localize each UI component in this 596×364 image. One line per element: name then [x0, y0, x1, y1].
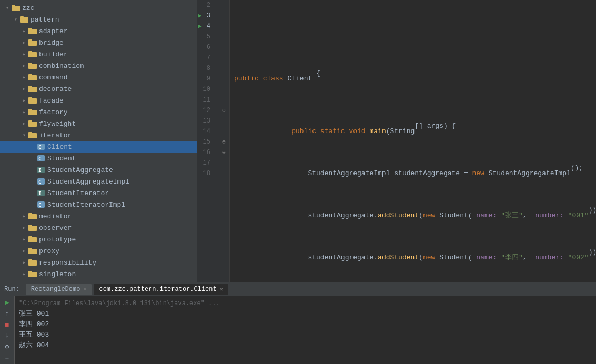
sidebar[interactable]: zzc pattern adapter	[0, 0, 197, 282]
label-iterator: iterator	[39, 132, 72, 139]
tab-iterator-client[interactable]: com.zzc.pattern.iterator.Client ✕	[94, 284, 228, 295]
sidebar-item-student[interactable]: C Student	[0, 153, 197, 164]
sidebar-item-builder[interactable]: builder	[0, 48, 197, 60]
arrow-iterator	[21, 132, 27, 138]
svg-rect-39	[28, 225, 32, 227]
sidebar-item-adapter[interactable]: adapter	[0, 25, 197, 37]
sidebar-item-singleton[interactable]: singleton	[0, 268, 197, 280]
label-bridge: bridge	[39, 39, 64, 47]
java-class-icon-client: C	[37, 143, 45, 151]
folder-icon-responsibility	[28, 258, 37, 267]
console-command-line: "C:\Program Files\Java\jdk1.8.0_131\bin\…	[19, 298, 592, 309]
label-builder: builder	[39, 50, 68, 58]
folder-icon-zzc	[12, 4, 20, 12]
run-label: Run:	[4, 286, 19, 293]
arrow-observer	[21, 225, 27, 231]
sidebar-item-proxy[interactable]: proxy	[0, 245, 197, 257]
run-button[interactable]: ▶	[2, 298, 13, 307]
console-output-2: 李四 002	[19, 319, 592, 330]
arrow-decorate	[21, 86, 27, 92]
wrap-button[interactable]: ≡	[2, 353, 13, 362]
label-facade: facade	[39, 97, 64, 105]
tab-iterator-client-close[interactable]: ✕	[220, 286, 223, 292]
folder-icon-bridge	[28, 38, 37, 47]
console-output: "C:\Program Files\Java\jdk1.8.0_131\bin\…	[15, 296, 596, 364]
fold-15[interactable]: ⊖	[218, 137, 229, 147]
sidebar-item-command[interactable]: command	[0, 72, 197, 83]
scroll-up-button[interactable]: ↑	[2, 309, 13, 318]
sidebar-item-flyweight[interactable]: flyweight	[0, 118, 197, 129]
sidebar-item-pattern[interactable]: pattern	[0, 14, 197, 25]
tab-rectangledemo[interactable]: RectangleDemo ✕	[26, 284, 92, 295]
label-observer: observer	[39, 224, 72, 232]
folder-icon-observer	[28, 224, 37, 232]
arrow-combination	[21, 63, 27, 69]
arrow-zzc	[4, 5, 11, 11]
arrow-factory	[21, 109, 27, 115]
bottom-panel: ▶ ↑ ◼ ↓ ⚙ ≡ "C:\Program Files\Java\jdk1.…	[0, 296, 596, 364]
tab-rectangledemo-close[interactable]: ✕	[83, 286, 86, 292]
code-area: 2 ▶3 ▶4 5 6 7 8 9 10 11 12 13 14 15 16 1	[197, 0, 596, 282]
folder-icon-combination	[28, 62, 37, 70]
line-num-4: ▶4	[197, 21, 214, 32]
code-lines: public class Client { public static void…	[230, 0, 596, 282]
svg-rect-13	[28, 74, 32, 76]
svg-rect-21	[28, 120, 32, 123]
label-decorate: decorate	[39, 85, 72, 93]
sidebar-item-studentiterator[interactable]: I StudentIterator	[0, 187, 197, 199]
line-num-16: 16	[197, 147, 214, 158]
sidebar-item-prototype[interactable]: prototype	[0, 234, 197, 245]
sidebar-item-bridge[interactable]: bridge	[0, 37, 197, 48]
svg-rect-37	[28, 213, 32, 215]
code-editor[interactable]: 2 ▶3 ▶4 5 6 7 8 9 10 11 12 13 14 15 16 1	[197, 0, 596, 282]
folder-icon-builder	[28, 50, 37, 58]
svg-text:I: I	[38, 191, 41, 196]
svg-rect-7	[28, 39, 32, 42]
fold-12[interactable]: ⊖	[218, 105, 229, 116]
stop-button[interactable]: ◼	[2, 320, 13, 329]
line-numbers: 2 ▶3 ▶4 5 6 7 8 9 10 11 12 13 14 15 16 1	[197, 0, 218, 282]
tab-rectangledemo-label: RectangleDemo	[31, 286, 80, 293]
arrow-adapter	[21, 28, 27, 34]
label-prototype: prototype	[39, 236, 76, 244]
console-output-1-text: 张三 001	[19, 309, 49, 319]
sidebar-item-factory[interactable]: factory	[0, 106, 197, 118]
line-num-7: 7	[197, 53, 214, 63]
line-num-18: 18	[197, 168, 214, 179]
svg-text:C: C	[38, 203, 41, 208]
svg-rect-5	[28, 28, 32, 30]
sidebar-item-observer[interactable]: observer	[0, 222, 197, 234]
sidebar-item-combination[interactable]: combination	[0, 60, 197, 72]
sidebar-item-responsibility[interactable]: responsibility	[0, 257, 197, 268]
sidebar-item-mediator[interactable]: mediator	[0, 210, 197, 222]
folder-icon-mediator	[28, 212, 37, 220]
label-pattern: pattern	[31, 16, 59, 24]
settings-button[interactable]: ⚙	[2, 342, 13, 351]
console-output-1: 张三 001	[19, 309, 592, 319]
console-output-4: 赵六 004	[19, 340, 592, 351]
line-num-3: ▶3	[197, 11, 214, 21]
svg-rect-23	[28, 132, 32, 134]
sidebar-tree: zzc pattern adapter	[0, 0, 197, 282]
line-num-17: 17	[197, 158, 214, 168]
sidebar-item-studentaggregateimpl[interactable]: C StudentAggregateImpl	[0, 176, 197, 187]
line-num-15: 15	[197, 137, 214, 147]
scroll-down-button[interactable]: ↓	[2, 331, 13, 340]
sidebar-item-studentiteratorimpl[interactable]: C StudentIteratorImpl	[0, 199, 197, 210]
sidebar-item-studentaggregate[interactable]: I StudentAggregate	[0, 164, 197, 176]
code-line-4: public static void main(String[] args) {	[234, 126, 596, 137]
sidebar-item-facade[interactable]: facade	[0, 95, 197, 106]
line-num-11: 11	[197, 95, 214, 105]
run-arrow-3: ▶	[198, 11, 202, 21]
fold-16[interactable]: ⊖	[218, 147, 229, 158]
sidebar-item-iterator[interactable]: iterator	[0, 129, 197, 141]
line-num-13: 13	[197, 116, 214, 126]
label-flyweight: flyweight	[39, 120, 76, 128]
sidebar-item-zzc[interactable]: zzc	[0, 2, 197, 14]
arrow-prototype	[21, 236, 27, 242]
folder-icon-command	[28, 73, 37, 82]
label-singleton: singleton	[39, 270, 76, 278]
folder-icon-facade	[28, 96, 37, 105]
sidebar-item-decorate[interactable]: decorate	[0, 83, 197, 95]
sidebar-item-client[interactable]: C Client	[0, 141, 197, 153]
